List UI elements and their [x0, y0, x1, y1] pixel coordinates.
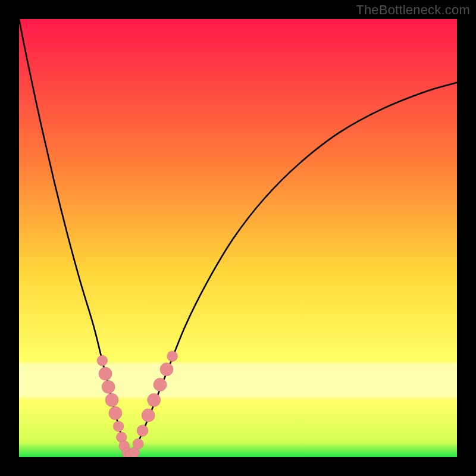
highlight-marker [133, 439, 143, 449]
highlight-marker [97, 355, 108, 366]
bottleneck-curve [19, 19, 457, 455]
watermark-text: TheBottleneck.com [356, 2, 470, 18]
highlighted-points [97, 351, 177, 457]
highlight-marker [105, 393, 118, 406]
curve-layer [19, 19, 457, 457]
highlight-marker [137, 425, 148, 436]
highlight-marker [109, 406, 122, 419]
highlight-marker [99, 367, 112, 380]
highlight-marker [113, 421, 124, 432]
chart-frame: TheBottleneck.com [0, 0, 476, 476]
highlight-marker [102, 380, 115, 393]
highlight-marker [154, 378, 167, 392]
plot-area [19, 19, 457, 457]
highlight-marker [160, 363, 173, 376]
highlight-marker [167, 351, 178, 362]
highlight-marker [142, 409, 155, 422]
highlight-marker [148, 393, 161, 406]
